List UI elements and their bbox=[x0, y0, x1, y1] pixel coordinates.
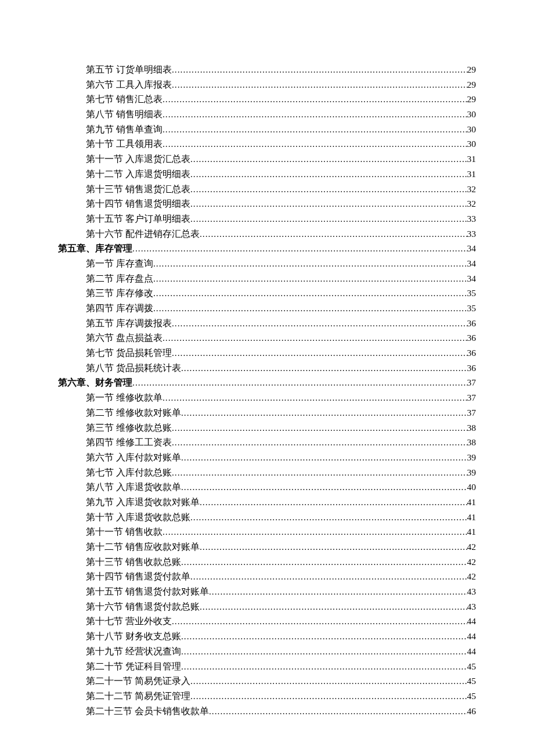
toc-entry-page: 33 bbox=[467, 229, 477, 239]
toc-section-row: 第二节 库存盘点34 bbox=[86, 274, 476, 283]
toc-section-row: 第三节 库存修改35 bbox=[86, 289, 476, 298]
toc-leader-dots bbox=[181, 408, 467, 417]
toc-entry-page: 37 bbox=[467, 408, 477, 417]
toc-section-row: 第十节 工具领用表30 bbox=[86, 139, 476, 149]
toc-entry-page: 36 bbox=[467, 348, 477, 358]
toc-section-row: 第八节 销售明细表30 bbox=[86, 110, 476, 119]
toc-section-row: 第十一节 入库退货汇总表31 bbox=[86, 154, 476, 164]
toc-entry-label: 第三节 库存修改 bbox=[86, 289, 153, 298]
table-of-contents: 第五节 订货单明细表29第六节 工具入库报表29第七节 销售汇总表29第八节 销… bbox=[58, 65, 476, 715]
toc-entry-page: 32 bbox=[467, 185, 477, 194]
toc-entry-page: 44 bbox=[467, 617, 477, 626]
toc-entry-page: 35 bbox=[467, 304, 477, 313]
toc-section-row: 第七节 货品损耗管理36 bbox=[86, 348, 476, 358]
toc-entry-label: 第二十一节 简易凭证录入 bbox=[86, 676, 190, 686]
toc-section-row: 第十三节 销售收款总账42 bbox=[86, 557, 476, 567]
toc-leader-dots bbox=[153, 274, 467, 283]
toc-leader-dots bbox=[163, 393, 467, 402]
toc-entry-page: 29 bbox=[467, 65, 477, 74]
toc-section-row: 第四节 维修工工资表38 bbox=[86, 438, 476, 447]
toc-leader-dots bbox=[190, 170, 467, 179]
toc-entry-page: 44 bbox=[467, 632, 477, 641]
toc-entry-label: 第五节 库存调拨报表 bbox=[86, 319, 172, 328]
toc-section-row: 第二节 维修收款对账单37 bbox=[86, 408, 476, 417]
toc-leader-dots bbox=[172, 319, 467, 328]
toc-entry-label: 第十六节 配件进销存汇总表 bbox=[86, 229, 200, 239]
toc-section-row: 第十三节 销售退货汇总表32 bbox=[86, 185, 476, 194]
toc-entry-label: 第六章、财务管理 bbox=[58, 378, 132, 387]
toc-section-row: 第十五节 销售退货付款对账单43 bbox=[86, 587, 476, 596]
toc-entry-page: 29 bbox=[467, 95, 477, 104]
toc-leader-dots bbox=[181, 647, 467, 656]
toc-leader-dots bbox=[200, 498, 467, 507]
toc-entry-page: 43 bbox=[467, 602, 477, 611]
toc-leader-dots bbox=[172, 348, 467, 358]
toc-entry-label: 第十六节 销售退货付款总账 bbox=[86, 602, 200, 611]
toc-leader-dots bbox=[132, 378, 467, 387]
toc-leader-dots bbox=[181, 453, 467, 462]
toc-entry-page: 32 bbox=[467, 199, 477, 208]
toc-chapter-row: 第六章、财务管理37 bbox=[58, 378, 476, 387]
toc-leader-dots bbox=[190, 214, 467, 224]
toc-section-row: 第九节 销售单查询30 bbox=[86, 125, 476, 134]
toc-leader-dots bbox=[172, 65, 467, 74]
toc-leader-dots bbox=[172, 617, 467, 626]
toc-entry-page: 46 bbox=[467, 707, 477, 716]
toc-entry-page: 29 bbox=[467, 80, 477, 89]
toc-entry-label: 第三节 维修收款总账 bbox=[86, 423, 172, 433]
toc-entry-label: 第十一节 销售收款 bbox=[86, 527, 163, 537]
toc-section-row: 第二十三节 会员卡销售收款单46 bbox=[86, 707, 476, 716]
toc-section-row: 第七节 销售汇总表29 bbox=[86, 95, 476, 104]
toc-leader-dots bbox=[190, 185, 467, 194]
toc-entry-page: 35 bbox=[467, 289, 477, 298]
toc-entry-page: 36 bbox=[467, 319, 477, 328]
toc-leader-dots bbox=[172, 438, 467, 447]
toc-entry-label: 第十四节 销售退货付款单 bbox=[86, 572, 190, 581]
toc-section-row: 第二十节 凭证科目管理45 bbox=[86, 662, 476, 671]
toc-section-row: 第十九节 经营状况查询44 bbox=[86, 647, 476, 656]
toc-section-row: 第九节 入库退货收款对账单41 bbox=[86, 498, 476, 507]
toc-entry-page: 31 bbox=[467, 154, 477, 164]
toc-leader-dots bbox=[190, 154, 467, 164]
toc-entry-page: 40 bbox=[467, 483, 477, 492]
toc-section-row: 第十八节 财务收支总账44 bbox=[86, 632, 476, 641]
toc-entry-label: 第九节 入库退货收款对账单 bbox=[86, 498, 200, 507]
toc-entry-label: 第十七节 营业外收支 bbox=[86, 617, 172, 626]
toc-entry-page: 41 bbox=[467, 498, 477, 507]
toc-leader-dots bbox=[181, 483, 467, 492]
toc-entry-page: 33 bbox=[467, 214, 477, 224]
toc-entry-page: 43 bbox=[467, 587, 477, 596]
toc-chapter-row: 第五章、库存管理34 bbox=[58, 244, 476, 253]
toc-entry-page: 39 bbox=[467, 468, 477, 477]
toc-entry-label: 第六节 入库付款对账单 bbox=[86, 453, 181, 462]
toc-section-row: 第七节 入库付款总账39 bbox=[86, 468, 476, 477]
toc-leader-dots bbox=[190, 676, 467, 686]
toc-leader-dots bbox=[153, 289, 467, 298]
toc-section-row: 第二十一节 简易凭证录入45 bbox=[86, 676, 476, 686]
toc-entry-page: 30 bbox=[467, 139, 477, 149]
toc-leader-dots bbox=[190, 572, 467, 581]
toc-leader-dots bbox=[181, 363, 467, 373]
toc-section-row: 第十二节 销售应收款对账单42 bbox=[86, 542, 476, 552]
toc-section-row: 第十六节 销售退货付款总账43 bbox=[86, 602, 476, 611]
toc-section-row: 第十二节 入库退货明细表31 bbox=[86, 170, 476, 179]
toc-entry-page: 34 bbox=[467, 259, 477, 268]
toc-entry-page: 36 bbox=[467, 363, 477, 373]
toc-entry-page: 42 bbox=[467, 572, 477, 581]
toc-leader-dots bbox=[181, 632, 467, 641]
toc-entry-label: 第十一节 入库退货汇总表 bbox=[86, 154, 190, 164]
toc-leader-dots bbox=[200, 229, 467, 239]
toc-leader-dots bbox=[190, 692, 467, 701]
toc-entry-label: 第十节 工具领用表 bbox=[86, 139, 163, 149]
toc-entry-label: 第五节 订货单明细表 bbox=[86, 65, 172, 74]
toc-leader-dots bbox=[190, 199, 467, 208]
toc-leader-dots bbox=[153, 259, 467, 268]
toc-leader-dots bbox=[132, 244, 467, 253]
toc-entry-page: 41 bbox=[467, 527, 477, 537]
toc-leader-dots bbox=[163, 110, 467, 119]
toc-entry-label: 第八节 入库退货收款单 bbox=[86, 483, 181, 492]
toc-entry-label: 第十九节 经营状况查询 bbox=[86, 647, 181, 656]
toc-entry-label: 第二十二节 简易凭证管理 bbox=[86, 692, 190, 701]
toc-entry-label: 第二节 库存盘点 bbox=[86, 274, 153, 283]
toc-entry-label: 第十五节 销售退货付款对账单 bbox=[86, 587, 209, 596]
